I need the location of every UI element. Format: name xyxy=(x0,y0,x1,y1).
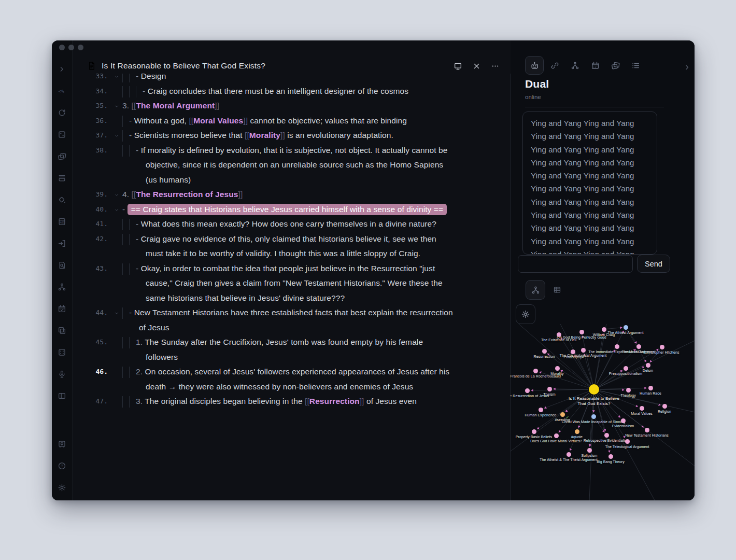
traffic-light-close[interactable] xyxy=(59,45,65,50)
calendar-check-icon[interactable] xyxy=(54,301,70,316)
view-tab-graph-fork-icon[interactable] xyxy=(526,280,545,300)
document-line-text[interactable]: 4. [[The Resurrection of Jesus]] xyxy=(122,187,454,202)
file-search-icon[interactable] xyxy=(54,257,70,273)
graph-node[interactable] xyxy=(560,412,565,417)
copy-cards-icon[interactable] xyxy=(54,323,70,338)
query-refresh-icon[interactable] xyxy=(54,105,70,120)
graph-node[interactable] xyxy=(640,406,644,411)
graph-node[interactable] xyxy=(555,366,560,371)
layout-split-icon[interactable] xyxy=(54,388,70,403)
doc-line-row: 33.- Design xyxy=(73,74,511,84)
wikilink[interactable]: Moral Values xyxy=(193,116,243,125)
document-line-text[interactable]: - Craig gave no evidence of this, only c… xyxy=(136,232,454,261)
help-icon[interactable]: ? xyxy=(54,458,70,473)
graph-node[interactable] xyxy=(602,327,606,332)
paint-diamond-icon[interactable] xyxy=(54,192,70,207)
document-line-text[interactable]: 1. The Sunday after the Crucifixion, Jes… xyxy=(136,335,454,365)
document-line-text[interactable]: - If morality is defined by evolution, t… xyxy=(136,143,454,188)
wikilink[interactable]: Resurrection xyxy=(309,397,360,405)
fold-chevron-icon[interactable] xyxy=(111,74,122,84)
graph-node[interactable] xyxy=(591,414,596,419)
graph-node[interactable] xyxy=(571,349,575,354)
document-line-text[interactable]: - == Craig states that Historians believ… xyxy=(122,202,454,217)
chat-input[interactable] xyxy=(518,255,633,273)
fold-chevron-icon[interactable] xyxy=(111,202,122,217)
graph-node[interactable] xyxy=(579,330,584,334)
graph-node[interactable] xyxy=(645,428,649,432)
random-note-dice-icon[interactable] xyxy=(54,127,70,142)
close-icon[interactable] xyxy=(471,61,482,71)
graph-node[interactable] xyxy=(587,448,592,453)
document-line-text[interactable]: 3. The original disciples began believin… xyxy=(136,394,454,409)
document-line-text[interactable]: - Craig concludes that there must be an … xyxy=(143,84,454,99)
panel-tab-robot[interactable] xyxy=(525,56,544,75)
panel-collapse-chevron-icon[interactable] xyxy=(683,63,692,73)
document-line-text[interactable]: 2. On occasion, several of Jesus' follow… xyxy=(136,365,454,394)
graph-node[interactable] xyxy=(575,429,579,434)
graph-node[interactable] xyxy=(624,366,628,371)
graph-node[interactable] xyxy=(636,344,641,349)
graph-node[interactable] xyxy=(662,404,667,409)
graph-fork-icon[interactable] xyxy=(54,279,70,295)
document-line-text[interactable]: - Without a god, [[Moral Values]] cannot… xyxy=(129,114,454,129)
graph-node[interactable] xyxy=(626,388,631,393)
graph-node[interactable] xyxy=(542,349,547,354)
document-line-text[interactable]: 3. [[The Moral Argument]] xyxy=(122,99,454,114)
graph-node[interactable] xyxy=(625,439,630,444)
graph-node[interactable] xyxy=(615,344,619,349)
traffic-light-zoom[interactable] xyxy=(78,45,83,50)
graph-view[interactable]: The Existence of HellOn God Being Perfec… xyxy=(511,324,695,500)
wikilink[interactable]: The Moral Argument xyxy=(136,101,215,110)
microphone-icon[interactable] xyxy=(54,366,70,382)
traffic-light-minimize[interactable] xyxy=(68,45,74,50)
fold-chevron-icon[interactable] xyxy=(111,99,122,114)
graph-node[interactable] xyxy=(660,345,664,349)
graph-node[interactable] xyxy=(547,387,552,391)
sign-in-icon[interactable] xyxy=(54,235,70,251)
reading-stack-icon[interactable] xyxy=(54,170,70,186)
vault-icon[interactable] xyxy=(54,436,70,452)
fold-chevron-icon[interactable] xyxy=(111,187,122,202)
dice-alt-icon[interactable] xyxy=(54,344,70,360)
panel-tab-graph-fork[interactable] xyxy=(565,56,584,75)
settings-icon[interactable] xyxy=(54,480,70,495)
graph-node[interactable] xyxy=(532,429,536,434)
fold-chevron-icon[interactable] xyxy=(111,128,122,143)
wikilink[interactable]: Morality xyxy=(249,131,280,139)
graph-node[interactable] xyxy=(604,433,609,438)
expand-chevron-icon[interactable] xyxy=(54,61,70,77)
document-line-text[interactable]: - Scientists moreso believe that [[Moral… xyxy=(129,128,454,143)
send-button[interactable]: Send xyxy=(637,255,670,273)
panel-tab-list[interactable] xyxy=(626,56,645,75)
document-line-text[interactable]: - What does this mean exactly? How does … xyxy=(136,217,454,232)
panel-tab-link[interactable] xyxy=(545,56,564,75)
graph-node[interactable] xyxy=(539,408,543,412)
graph-node[interactable] xyxy=(589,384,599,395)
more-icon[interactable] xyxy=(490,61,500,71)
document-line-text[interactable]: - Design xyxy=(136,74,454,84)
wikilink[interactable]: The Resurrection of Jesus xyxy=(136,190,238,199)
monitor-icon[interactable] xyxy=(452,61,463,71)
document-line-text[interactable]: - New Testament Historians have three es… xyxy=(129,305,454,335)
template-code-icon[interactable]: <% xyxy=(54,83,70,99)
graph-node[interactable] xyxy=(554,433,559,438)
graph-node[interactable] xyxy=(533,369,538,373)
document-line-text[interactable]: - Okay, in order to combat the idea that… xyxy=(136,261,454,306)
graph-node[interactable] xyxy=(567,452,571,457)
panel-tab-calendar[interactable] xyxy=(586,56,604,75)
graph-node[interactable] xyxy=(624,325,628,330)
graph-node[interactable] xyxy=(608,454,613,459)
card-deck-icon[interactable] xyxy=(54,148,70,164)
view-tab-table-icon[interactable] xyxy=(549,282,565,298)
fold-chevron-icon[interactable] xyxy=(111,305,122,335)
dictionary-book-icon[interactable]: ABC xyxy=(54,214,70,229)
highlighted-text[interactable]: == Craig states that Historians believe … xyxy=(128,204,447,215)
graph-node[interactable] xyxy=(557,332,561,337)
graph-node[interactable] xyxy=(621,418,626,423)
graph-settings-button[interactable] xyxy=(516,304,535,324)
graph-node[interactable] xyxy=(525,388,530,393)
graph-node[interactable] xyxy=(646,363,650,368)
panel-tab-card-deck[interactable] xyxy=(606,56,625,75)
graph-node[interactable] xyxy=(581,348,586,353)
graph-node[interactable] xyxy=(648,386,653,390)
